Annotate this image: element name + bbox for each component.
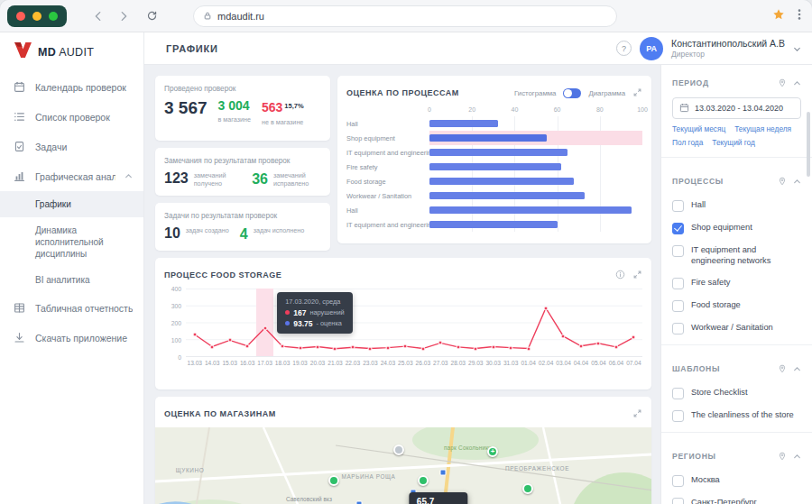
checkbox[interactable] — [672, 300, 684, 312]
chevron-up-icon[interactable] — [793, 361, 801, 377]
sidebar-subitem[interactable]: Динамика исполнительной дисциплины — [0, 217, 143, 267]
bar-row[interactable] — [429, 145, 642, 160]
line-point[interactable] — [350, 345, 355, 350]
browser-menu-icon[interactable] — [798, 8, 801, 24]
app-logo[interactable]: MD AUDIT — [0, 32, 143, 72]
sidebar-item[interactable]: Табличная отчетность — [0, 293, 143, 323]
line-point[interactable] — [281, 344, 285, 349]
scrollbar[interactable] — [807, 112, 810, 177]
filter-option[interactable]: The cleanliness of the store — [661, 404, 812, 426]
expand-icon[interactable] — [632, 85, 642, 101]
line-point[interactable] — [438, 341, 443, 345]
line-point[interactable] — [578, 344, 583, 348]
minimize-window-button[interactable] — [32, 12, 42, 21]
close-window-button[interactable] — [16, 12, 25, 21]
filter-option[interactable]: Fire safety — [661, 271, 812, 294]
line-point[interactable] — [614, 344, 618, 349]
checkbox[interactable] — [672, 410, 684, 422]
line-point[interactable] — [263, 325, 267, 330]
bar-row[interactable] — [429, 217, 642, 232]
checkbox[interactable] — [672, 223, 684, 234]
line-point[interactable] — [315, 344, 319, 349]
info-icon[interactable] — [615, 267, 625, 283]
line-point[interactable] — [543, 306, 548, 310]
line-point[interactable] — [368, 346, 373, 351]
filter-option[interactable]: Shop equipment — [661, 216, 812, 239]
checkbox[interactable] — [672, 200, 684, 212]
checkbox[interactable] — [672, 388, 684, 399]
filter-option[interactable]: Workwear / Sanitation — [661, 316, 812, 339]
shops-map[interactable]: ЩУКИНОМАРЬИНА РОЩАПРЕОБРАЖЕНСКОЕпарк Сок… — [155, 427, 651, 504]
line-point[interactable] — [227, 338, 232, 343]
line-point[interactable] — [632, 335, 636, 340]
filter-option[interactable]: Food storage — [661, 294, 812, 316]
filter-option[interactable]: Санкт-Петербург — [661, 491, 812, 504]
bar-row[interactable] — [429, 160, 642, 174]
bar-row[interactable] — [429, 203, 642, 217]
line-point[interactable] — [526, 346, 531, 351]
period-quick-link[interactable]: Текущий месяц — [672, 124, 725, 133]
pin-icon[interactable] — [778, 361, 787, 377]
bar-row[interactable] — [429, 116, 642, 131]
chevron-up-icon[interactable] — [793, 75, 801, 91]
date-range-picker[interactable]: 13.03.2020 - 13.04.2020 — [672, 97, 801, 119]
line-point[interactable] — [491, 344, 495, 349]
shop-marker[interactable] — [418, 475, 429, 486]
sidebar-item[interactable]: Задачи — [0, 132, 143, 161]
checkbox[interactable] — [672, 475, 684, 487]
chevron-up-icon[interactable] — [793, 173, 801, 189]
shop-marker[interactable]: + — [487, 446, 498, 457]
period-quick-link[interactable]: Пол года — [672, 138, 703, 147]
filter-option[interactable]: IT equipment and engineering networks — [661, 239, 812, 271]
line-point[interactable] — [561, 334, 566, 338]
line-point[interactable] — [333, 346, 337, 351]
line-point[interactable] — [210, 344, 215, 349]
back-button[interactable] — [92, 10, 105, 23]
line-point[interactable] — [245, 344, 250, 348]
bookmark-star-icon[interactable] — [772, 8, 785, 24]
sidebar-item[interactable]: Календарь проверок — [0, 72, 143, 102]
line-point[interactable] — [596, 341, 601, 345]
line-point[interactable] — [385, 345, 390, 350]
shop-marker[interactable] — [328, 475, 339, 486]
address-bar[interactable]: mdaudit.ru — [193, 5, 617, 27]
chevron-up-icon[interactable] — [793, 448, 801, 464]
window-controls[interactable] — [7, 5, 67, 27]
forward-button[interactable] — [117, 10, 130, 23]
avatar[interactable]: РА — [640, 37, 663, 60]
period-quick-link[interactable]: Текущий год — [712, 138, 755, 147]
bar-row[interactable] — [429, 174, 642, 188]
pin-icon[interactable] — [778, 448, 787, 464]
line-point[interactable] — [456, 344, 460, 349]
checkbox[interactable] — [672, 323, 684, 334]
pin-icon[interactable] — [778, 75, 787, 91]
maximize-window-button[interactable] — [49, 12, 58, 21]
reload-button[interactable] — [146, 10, 158, 22]
line-point[interactable] — [420, 346, 425, 351]
chart-type-toggle[interactable] — [563, 88, 581, 98]
expand-icon[interactable] — [632, 267, 642, 283]
filter-option[interactable]: Москва — [661, 469, 812, 491]
filter-option[interactable]: Hall — [661, 194, 812, 216]
line-point[interactable] — [192, 333, 197, 337]
checkbox[interactable] — [672, 278, 684, 289]
sidebar-item[interactable]: Скачать приложение — [0, 323, 143, 353]
line-point[interactable] — [509, 345, 513, 350]
sidebar-item[interactable]: Графическая аналитика — [0, 161, 143, 191]
bar-row[interactable] — [429, 131, 642, 145]
chevron-down-icon[interactable] — [793, 41, 801, 57]
line-point[interactable] — [298, 346, 302, 351]
checkbox[interactable] — [672, 498, 684, 504]
help-icon[interactable]: ? — [616, 41, 632, 56]
pin-icon[interactable] — [778, 173, 787, 189]
shop-marker[interactable] — [522, 483, 533, 494]
line-point[interactable] — [474, 346, 478, 351]
sidebar-item[interactable]: Список проверок — [0, 102, 143, 132]
sidebar-subitem[interactable]: Графики — [0, 191, 143, 217]
line-point[interactable] — [403, 344, 408, 349]
expand-icon[interactable] — [632, 406, 642, 422]
shop-marker[interactable] — [393, 444, 404, 455]
sidebar-subitem[interactable]: BI аналитика — [0, 267, 143, 293]
period-quick-link[interactable]: Текущая неделя — [734, 124, 791, 133]
filter-option[interactable]: Store Checklist — [661, 381, 812, 404]
